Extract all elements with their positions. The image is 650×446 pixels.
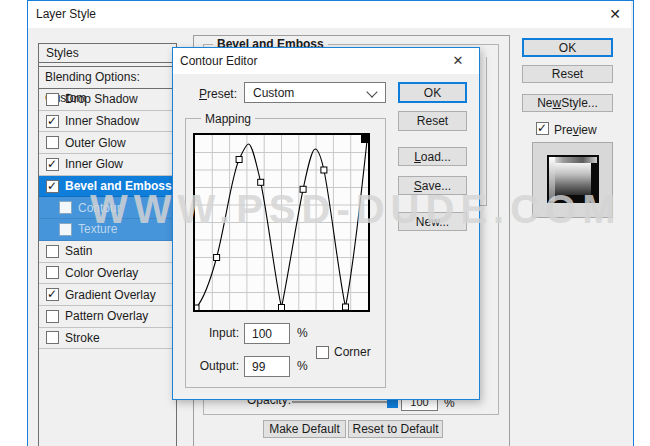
checkbox-checked-icon[interactable] — [46, 158, 59, 171]
checkbox-unchecked-icon[interactable] — [46, 93, 59, 106]
contour-mapping-graph[interactable] — [193, 133, 370, 312]
sidebar-item-label: Bevel and Emboss — [65, 179, 172, 193]
checkbox-unchecked-icon[interactable] — [46, 310, 59, 323]
corner-checkbox[interactable] — [316, 346, 329, 359]
ok-button[interactable]: OK — [522, 38, 613, 57]
make-default-button[interactable]: Make Default — [263, 420, 346, 438]
contour-reset-button[interactable]: Reset — [398, 111, 467, 131]
curve-point[interactable] — [214, 255, 220, 261]
sidebar-item-bevel-and-emboss[interactable]: Bevel and Emboss — [39, 176, 176, 198]
preset-dropdown-value: Custom — [253, 86, 294, 100]
sidebar-item-label: Contour — [78, 201, 121, 215]
checkbox-unchecked-icon[interactable] — [46, 331, 59, 344]
sidebar-item-label: Inner Shadow — [65, 114, 139, 128]
mapping-legend: Mapping — [201, 112, 255, 126]
sidebar-item-color-overlay[interactable]: Color Overlay — [39, 263, 176, 285]
sidebar-item-texture[interactable]: Texture — [39, 219, 176, 241]
contour-editor-title: Contour Editor — [180, 54, 257, 68]
output-label: Output: — [190, 359, 239, 373]
opacity-slider-track[interactable] — [292, 401, 387, 403]
preset-dropdown[interactable]: Custom — [244, 82, 386, 103]
new-style-button[interactable]: New Style... — [522, 94, 613, 112]
sidebar-item-label: Satin — [65, 244, 92, 258]
chevron-down-icon — [366, 86, 377, 97]
checkbox-unchecked-icon[interactable] — [46, 245, 59, 258]
preview-checkbox[interactable] — [536, 122, 549, 135]
sidebar-item-label: Outer Glow — [65, 136, 126, 150]
curve-point[interactable] — [279, 305, 285, 311]
checkbox-unchecked-icon[interactable] — [59, 201, 72, 214]
sidebar-item-label: Inner Glow — [65, 157, 123, 171]
curve-point[interactable] — [258, 179, 264, 185]
input-field[interactable]: 100 — [244, 323, 290, 344]
load-button[interactable]: Load... — [398, 147, 467, 166]
sidebar-item-label: Color Overlay — [65, 266, 138, 280]
sidebar-item-satin[interactable]: Satin — [39, 241, 176, 263]
window-titlebar[interactable] — [28, 1, 631, 28]
sidebar-item-blending-options[interactable]: Blending Options: Custom — [39, 67, 176, 89]
sidebar-item-label: Gradient Overlay — [65, 288, 156, 302]
reset-to-default-button[interactable]: Reset to Default — [348, 420, 443, 438]
output-field[interactable]: 99 — [244, 356, 290, 377]
style-preview-thumbnail — [532, 142, 613, 218]
checkbox-unchecked-icon[interactable] — [59, 223, 72, 236]
contour-editor-titlebar[interactable]: Contour Editor ✕ — [173, 48, 479, 74]
sidebar-item-gradient-overlay[interactable]: Gradient Overlay — [39, 284, 176, 306]
sidebar-item-stroke[interactable]: Stroke — [39, 328, 176, 350]
sidebar-header-styles[interactable]: Styles — [39, 44, 176, 63]
input-label: Input: — [199, 326, 239, 340]
checkbox-unchecked-icon[interactable] — [46, 136, 59, 149]
sidebar-item-label: Pattern Overlay — [65, 309, 148, 323]
curve-point[interactable] — [195, 305, 199, 310]
sidebar-item-inner-shadow[interactable]: Inner Shadow — [39, 111, 176, 133]
sidebar-item-label: Drop Shadow — [65, 92, 138, 106]
contour-curve-canvas[interactable] — [195, 135, 368, 310]
reset-button[interactable]: Reset — [522, 65, 613, 83]
preset-label: Preset: — [199, 87, 237, 101]
sidebar-item-label: Texture — [78, 222, 117, 236]
curve-point[interactable] — [300, 186, 306, 192]
input-percent-sign: % — [297, 326, 308, 340]
corner-label: Corner — [334, 345, 371, 359]
sidebar-item-outer-glow[interactable]: Outer Glow — [39, 132, 176, 154]
output-percent-sign: % — [297, 359, 308, 373]
curve-point[interactable] — [321, 167, 327, 173]
window-title: Layer Style — [36, 7, 96, 21]
sidebar-item-contour[interactable]: Contour — [39, 197, 176, 219]
checkbox-unchecked-icon[interactable] — [46, 266, 59, 279]
save-button[interactable]: Save... — [398, 176, 467, 195]
sidebar-item-pattern-overlay[interactable]: Pattern Overlay — [39, 306, 176, 328]
contour-editor-dialog: Contour Editor ✕ Preset: Custom OK Reset… — [172, 47, 480, 400]
curve-point[interactable] — [343, 304, 349, 310]
contour-ok-button[interactable]: OK — [398, 82, 467, 103]
checkbox-checked-icon[interactable] — [46, 180, 59, 193]
checkbox-checked-icon[interactable] — [46, 288, 59, 301]
bevel-preview-image — [547, 155, 599, 203]
close-icon[interactable]: ✕ — [445, 51, 471, 71]
screenshot-root: Layer Style ✕ Styles Blending Options: C… — [0, 0, 650, 446]
styles-sidebar: Styles Blending Options: Custom Drop Sha… — [38, 43, 177, 446]
new-button[interactable]: New... — [398, 212, 467, 231]
close-icon[interactable]: ✕ — [601, 3, 629, 25]
preview-label: Preview — [554, 123, 597, 137]
sidebar-item-label: Stroke — [65, 331, 100, 345]
curve-point-selected[interactable] — [361, 135, 368, 143]
checkbox-checked-icon[interactable] — [46, 115, 59, 128]
curve-point[interactable] — [236, 157, 242, 163]
sidebar-style-list: Drop ShadowInner ShadowOuter GlowInner G… — [39, 89, 176, 349]
sidebar-item-inner-glow[interactable]: Inner Glow — [39, 154, 176, 176]
